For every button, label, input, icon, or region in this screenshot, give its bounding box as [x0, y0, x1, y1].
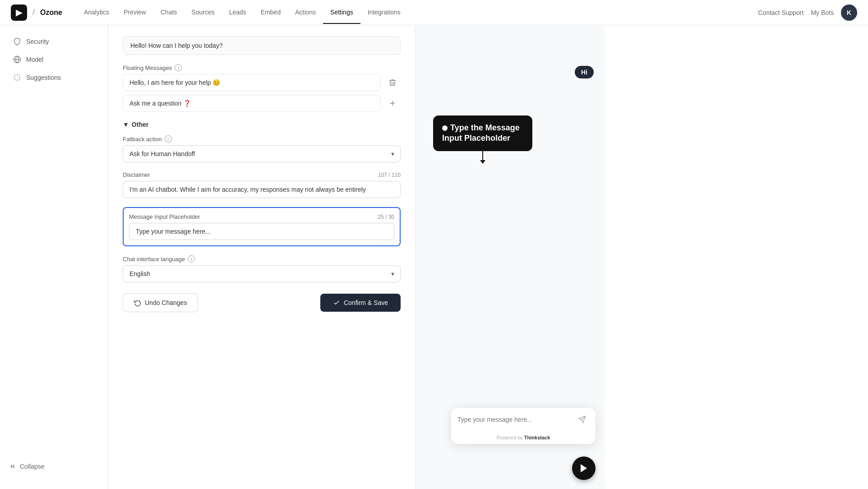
chat-language-group: Chat interface language i English Spanis…: [123, 255, 401, 282]
other-section-label: Other: [132, 121, 148, 128]
collapse-button[interactable]: Collapse: [4, 458, 104, 475]
tab-preview[interactable]: Preview: [116, 1, 153, 24]
chat-fab-button[interactable]: [572, 457, 596, 480]
add-floating-message-button[interactable]: [384, 95, 401, 111]
arrow-line: [482, 149, 483, 160]
fallback-action-label: Fallback action i: [123, 135, 401, 143]
chat-language-info-icon[interactable]: i: [188, 255, 195, 263]
topbar: ▶ / Ozone Analytics Preview Chats Source…: [0, 0, 868, 25]
floating-message-input-1[interactable]: [123, 74, 381, 91]
main-layout: Security Model: [0, 25, 868, 489]
tooltip-dot: [442, 125, 448, 131]
suggestions-icon: [13, 73, 22, 82]
logo-icon: ▶: [11, 5, 27, 21]
chat-widget-footer: Powered by Thinkstack: [451, 431, 596, 444]
other-section-header[interactable]: ▼ Other: [123, 121, 401, 128]
tab-integrations[interactable]: Integrations: [360, 1, 408, 24]
floating-message-row-1: [123, 74, 401, 91]
tab-chats[interactable]: Chats: [153, 1, 185, 24]
disclaimer-label-row: Disclaimer 107 / 110: [123, 171, 401, 178]
confirm-save-button[interactable]: Confirm & Save: [320, 294, 401, 312]
floating-messages-label: Floating Messages i: [123, 64, 401, 71]
disclaimer-text: I'm an AI chatbot. While I aim for accur…: [123, 181, 401, 198]
sidebar-item-security[interactable]: Security: [4, 32, 104, 51]
shield-icon: [13, 37, 22, 46]
fallback-action-select[interactable]: Ask for Human Handoff Send Email None: [123, 145, 401, 162]
model-icon: [13, 55, 22, 64]
sidebar-bottom: Collapse: [0, 451, 108, 482]
disclaimer-group: Disclaimer 107 / 110 I'm an AI chatbot. …: [123, 171, 401, 198]
floating-message-row-2: [123, 95, 401, 112]
user-avatar[interactable]: K: [841, 5, 857, 21]
logo-area: ▶ / Ozone: [11, 5, 62, 21]
check-icon: [333, 299, 340, 306]
svg-line-5: [14, 75, 15, 76]
tooltip-callout: Type the Message Input Placeholder: [433, 115, 532, 151]
svg-marker-15: [581, 464, 587, 472]
undo-icon: [134, 299, 141, 306]
tab-settings[interactable]: Settings: [323, 1, 360, 24]
action-bar: Undo Changes Confirm & Save: [123, 293, 401, 323]
hi-bubble: Hi: [575, 66, 594, 78]
arrow-head: [480, 160, 485, 164]
chat-language-select-wrapper: English Spanish French German Portuguese: [123, 265, 401, 282]
my-bots-link[interactable]: My Bots: [811, 9, 834, 16]
contact-support-link[interactable]: Contact Support: [758, 9, 803, 16]
collapse-label: Collapse: [20, 463, 44, 470]
floating-messages-group: Floating Messages i: [123, 64, 401, 112]
sidebar: Security Model: [0, 25, 108, 489]
tab-leads[interactable]: Leads: [222, 1, 254, 24]
settings-content: Hello! How can I help you today? Floatin…: [108, 25, 415, 489]
tab-actions[interactable]: Actions: [288, 1, 323, 24]
floating-message-input-2[interactable]: [123, 95, 381, 112]
tab-analytics[interactable]: Analytics: [77, 1, 116, 24]
app-name: Ozone: [40, 9, 62, 17]
svg-line-10: [19, 75, 20, 76]
topbar-right: Contact Support My Bots K: [758, 5, 857, 21]
sidebar-security-label: Security: [26, 38, 49, 45]
nav-tabs: Analytics Preview Chats Sources Leads Em…: [77, 1, 758, 24]
fallback-info-icon[interactable]: i: [165, 135, 172, 143]
chat-widget-input-field[interactable]: [457, 416, 575, 423]
delete-floating-message-1-button[interactable]: [384, 74, 401, 91]
fallback-select-wrapper: Ask for Human Handoff Send Email None: [123, 145, 401, 162]
logo-slash: /: [32, 8, 35, 17]
chat-language-select[interactable]: English Spanish French German Portuguese: [123, 265, 401, 282]
chat-widget-input-area: [451, 407, 596, 431]
svg-line-9: [14, 79, 15, 80]
sidebar-model-label: Model: [26, 56, 43, 63]
preview-panel: Hi Type the Message Input Placeholder Po: [415, 25, 605, 489]
svg-line-6: [19, 79, 20, 80]
message-placeholder-label-row: Message Input Placeholder 25 / 30: [129, 213, 394, 220]
tooltip-arrow: [480, 149, 485, 164]
chat-widget-preview: Powered by Thinkstack: [451, 407, 596, 444]
sidebar-suggestions-label: Suggestions: [26, 74, 61, 81]
undo-changes-button[interactable]: Undo Changes: [123, 293, 198, 312]
sidebar-item-suggestions[interactable]: Suggestions: [4, 69, 104, 87]
fallback-action-group: Fallback action i Ask for Human Handoff …: [123, 135, 401, 162]
floating-messages-info-icon[interactable]: i: [175, 64, 182, 71]
greeting-box: Hello! How can I help you today?: [123, 36, 401, 55]
sidebar-item-model[interactable]: Model: [4, 51, 104, 69]
chat-send-button[interactable]: [575, 412, 589, 427]
tab-sources[interactable]: Sources: [184, 1, 222, 24]
message-placeholder-char-count: 25 / 30: [378, 214, 394, 220]
chat-language-label-row: Chat interface language i: [123, 255, 401, 263]
message-placeholder-group: Message Input Placeholder 25 / 30: [123, 207, 401, 246]
disclaimer-char-count: 107 / 110: [378, 172, 401, 178]
tab-embed[interactable]: Embed: [254, 1, 288, 24]
message-placeholder-input[interactable]: [129, 223, 394, 240]
other-toggle-icon: ▼: [123, 121, 129, 128]
